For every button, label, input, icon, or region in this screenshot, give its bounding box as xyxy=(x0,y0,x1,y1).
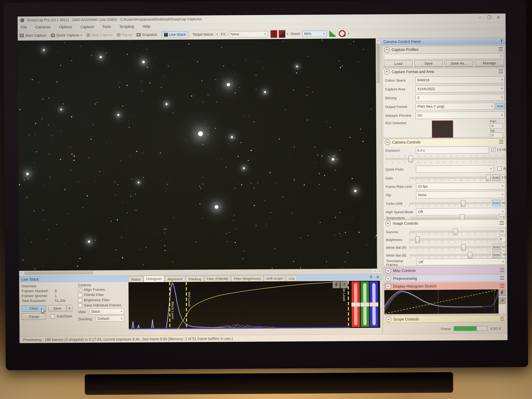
image-controls-header[interactable]: Image Controls xyxy=(384,220,506,227)
histogram-toggle-icon[interactable] xyxy=(329,31,336,37)
tab-histogram[interactable]: Histogram xyxy=(144,276,165,282)
reticle-icon[interactable] xyxy=(339,30,346,37)
timestamp-select[interactable]: Off▾ xyxy=(417,258,506,265)
menu-cameras[interactable]: Cameras xyxy=(35,25,51,30)
auto-stretch-icon[interactable] xyxy=(333,281,340,288)
profile-load-button[interactable]: Load xyxy=(384,60,412,67)
menu-tools[interactable]: Tools xyxy=(102,25,111,29)
tab-alignment[interactable]: Alignment xyxy=(165,276,185,282)
view-select[interactable]: Stack▾ xyxy=(89,308,124,315)
minimize-button[interactable]: – xyxy=(476,15,485,20)
histogram-swatch-icon[interactable] xyxy=(270,30,277,38)
red-channel-slider[interactable] xyxy=(352,281,360,327)
start-capture-button[interactable]: Start Capture xyxy=(19,33,46,38)
tab-status[interactable]: Status xyxy=(128,276,143,282)
temperature-slider[interactable] xyxy=(409,216,498,219)
collapse-icon[interactable] xyxy=(385,139,390,145)
tab-filter-fwhm-[interactable]: Filter (FWHM) xyxy=(204,276,231,282)
red-channel-handle[interactable] xyxy=(351,302,360,307)
wb-r-value[interactable]: 67 xyxy=(501,244,506,250)
tilt-value[interactable]: 0 xyxy=(490,133,503,138)
exposure-slider-thumb[interactable] xyxy=(408,156,413,162)
menu-capture[interactable]: Capture xyxy=(81,25,94,29)
scroll-left-icon[interactable]: < xyxy=(19,271,24,275)
autosave-checkbox[interactable] xyxy=(51,314,55,318)
wb-r-auto-button[interactable]: Auto xyxy=(492,244,500,250)
vertical-scroll-thumb[interactable] xyxy=(376,44,380,83)
exposure-slider[interactable] xyxy=(386,157,505,160)
gamma-slider[interactable] xyxy=(409,230,498,233)
capture-profiles-header[interactable]: Capture Profiles xyxy=(383,46,504,53)
brightness-value[interactable]: 8 xyxy=(499,236,506,242)
wb-b-slider[interactable] xyxy=(410,254,491,256)
menu-help[interactable]: Help xyxy=(143,24,150,29)
quick-capture-dropdown-icon[interactable]: ▾ xyxy=(81,33,82,37)
gain-slider[interactable] xyxy=(409,177,491,179)
snapshot-button[interactable]: Snapshot xyxy=(136,33,157,37)
menu-icon[interactable] xyxy=(500,268,504,272)
collapse-icon[interactable] xyxy=(384,69,390,75)
close-button[interactable]: ✕ xyxy=(494,15,503,20)
tab-drift-graph[interactable]: Drift Graph xyxy=(264,275,286,281)
wb-b-auto-button[interactable]: Auto xyxy=(492,252,500,258)
lx-mode-checkbox[interactable]: ✓ xyxy=(491,147,496,152)
tab-stacking[interactable]: Stacking xyxy=(185,276,204,282)
target-name-dropdown-icon[interactable]: ▾ xyxy=(216,33,218,36)
fx-select[interactable]: None▾ xyxy=(229,31,268,37)
display-histogram-header[interactable]: Display Histogram Stretch xyxy=(384,282,506,290)
zoom-select[interactable]: 66%▾ xyxy=(302,31,327,37)
camera-controls-header[interactable]: Camera Controls xyxy=(383,138,505,146)
capture-format-header[interactable]: Capture Format and Area xyxy=(383,68,505,75)
fwhm-filter-checkbox[interactable] xyxy=(78,293,82,297)
binning-select[interactable]: 2▾ xyxy=(415,94,505,101)
frame-rate-select[interactable]: 15 fps▾ xyxy=(416,182,505,190)
scroll-up-icon[interactable]: ˄ xyxy=(376,38,380,43)
swatch-dropdown-icon[interactable]: ▾ xyxy=(287,32,288,36)
stretch-histogram[interactable] xyxy=(384,289,499,314)
menu-icon[interactable] xyxy=(500,284,504,287)
menu-options[interactable]: Options xyxy=(59,25,72,29)
tab-filter-brightness-[interactable]: Filter (Brightness) xyxy=(231,275,263,281)
gamma-value[interactable]: 50 xyxy=(499,228,506,234)
collapse-icon[interactable] xyxy=(385,221,391,226)
reset-stretch-icon[interactable]: ↺ xyxy=(498,297,506,304)
wb-b-value[interactable]: 75 xyxy=(501,252,506,258)
save-individual-checkbox[interactable] xyxy=(78,303,82,308)
expand-icon[interactable] xyxy=(386,268,391,273)
capture-area-select[interactable]: 4144x2822▾ xyxy=(415,85,505,93)
scroll-down-icon[interactable]: ˅ xyxy=(377,269,382,274)
exposure-auto-checkbox[interactable] xyxy=(497,166,501,171)
menu-icon[interactable] xyxy=(500,317,504,320)
profile-select[interactable]: ▾ xyxy=(384,53,504,59)
save-stack-button[interactable]: Save xyxy=(48,305,66,312)
wb-r-slider[interactable] xyxy=(409,246,491,248)
pan-value[interactable]: 0 xyxy=(490,123,503,129)
roi-preview[interactable] xyxy=(432,120,453,138)
expand-icon[interactable] xyxy=(386,317,391,322)
collapse-icon[interactable] xyxy=(386,284,391,289)
auto-stretch-icon[interactable] xyxy=(498,289,506,296)
star-field[interactable] xyxy=(18,38,377,271)
brightness-filter-checkbox[interactable] xyxy=(78,298,82,302)
menu-icon[interactable] xyxy=(500,221,504,225)
turbo-usb-slider[interactable] xyxy=(409,202,491,205)
reset-stretch-icon[interactable]: ↺ xyxy=(341,281,348,288)
scroll-right-icon[interactable]: > xyxy=(373,269,377,273)
tab-log[interactable]: Log xyxy=(286,275,297,281)
expand-icon[interactable] xyxy=(386,276,391,281)
scope-controls-header[interactable]: Scope Controls xyxy=(384,315,506,323)
profile-save-as-button[interactable]: Save As... xyxy=(444,60,473,67)
flip-select[interactable]: None▾ xyxy=(416,191,505,198)
quick-capture-button[interactable]: Quick Capture▾ xyxy=(51,33,82,38)
horizontal-scroll-thumb[interactable] xyxy=(25,271,93,275)
green-channel-slider[interactable] xyxy=(361,281,369,327)
gain-value[interactable]: 570 xyxy=(501,174,505,181)
blue-channel-slider[interactable] xyxy=(370,281,378,327)
preprocessing-header[interactable]: Preprocessing xyxy=(384,275,506,282)
turbo-usb-auto-button[interactable]: Auto xyxy=(492,200,500,206)
blue-channel-handle[interactable] xyxy=(369,302,378,307)
menu-icon[interactable] xyxy=(499,70,503,73)
menu-icon[interactable] xyxy=(499,47,503,51)
menu-file[interactable]: File xyxy=(21,25,27,30)
live-stack-button[interactable]: Live Stack xyxy=(161,31,188,38)
